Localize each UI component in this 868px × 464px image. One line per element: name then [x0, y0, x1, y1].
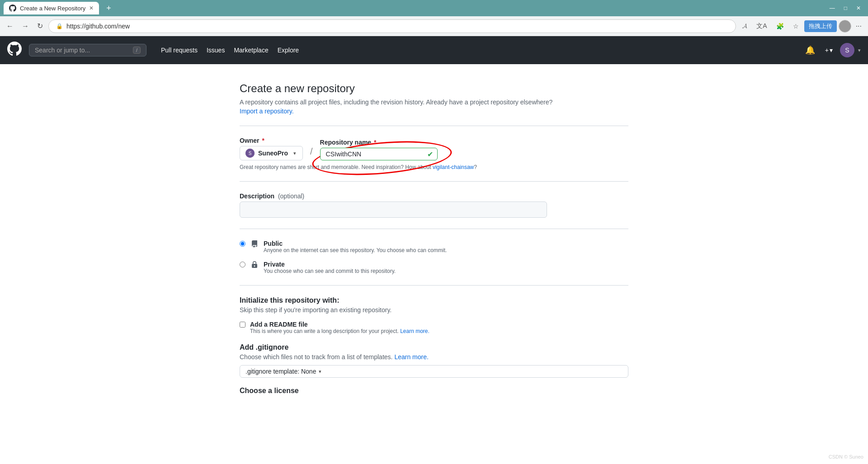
public-radio[interactable]	[240, 241, 245, 247]
page-title: Create a new repository	[240, 82, 628, 95]
suggestion-link[interactable]: vigilant-chainsaw	[433, 164, 474, 170]
license-title: Choose a license	[240, 387, 628, 395]
read-aloud-button[interactable]: 𝓐	[739, 20, 751, 32]
checkmark-icon: ✔	[427, 150, 433, 159]
section-divider	[240, 126, 628, 126]
readme-label: Add a README file	[250, 321, 429, 328]
nav-marketplace[interactable]: Marketplace	[230, 44, 272, 56]
toolbar-actions: 𝓐 文A 🧩 ☆ 拖拽上传 ···	[739, 20, 864, 33]
private-description: You choose who can see and commit to thi…	[264, 268, 396, 274]
browser-tab[interactable]: Create a New Repository ✕	[4, 2, 99, 14]
import-link[interactable]: Import a repository.	[240, 108, 294, 115]
license-section: Choose a license	[240, 387, 628, 395]
new-tab-button[interactable]: +	[103, 2, 115, 15]
navbar-right: 🔔 + ▾ S ▾	[802, 43, 861, 57]
public-option: Public Anyone on the internet can see th…	[240, 240, 628, 253]
more-options-button[interactable]: ···	[853, 20, 864, 32]
gitignore-dropdown-arrow: ▾	[319, 369, 321, 375]
initialize-subtitle: Skip this step if you're importing an ex…	[240, 306, 628, 314]
window-controls: — □ ✕	[826, 3, 864, 13]
readme-learn-more[interactable]: Learn more.	[400, 328, 429, 334]
gitignore-template-select[interactable]: .gitignore template: None ▾	[240, 365, 628, 378]
search-placeholder: Search or jump to...	[35, 47, 90, 54]
lock-icon: 🔒	[56, 23, 63, 29]
gitignore-section: Add .gitignore Choose which files not to…	[240, 343, 628, 378]
private-repo-icon	[251, 261, 258, 270]
description-optional: (optional)	[278, 192, 304, 200]
public-description: Anyone on the internet can see this repo…	[264, 247, 447, 253]
owner-select[interactable]: S SuneoPro ▾	[240, 146, 303, 160]
gitignore-template-label: .gitignore template: None	[245, 368, 316, 375]
svg-text:S: S	[249, 151, 252, 156]
private-radio[interactable]	[240, 262, 245, 267]
address-bar[interactable]: 🔒 https://github.com/new	[48, 19, 736, 33]
browser-toolbar: ← → ↻ 🔒 https://github.com/new 𝓐 文A 🧩 ☆ …	[0, 16, 868, 36]
avatar-dropdown-arrow[interactable]: ▾	[858, 47, 861, 53]
description-input[interactable]	[240, 202, 547, 218]
initialize-divider	[240, 285, 628, 286]
back-button[interactable]: ←	[4, 20, 16, 32]
translate-button[interactable]: 文A	[753, 20, 770, 32]
private-option: Private You choose who can see and commi…	[240, 261, 628, 274]
repo-name-input[interactable]	[320, 148, 438, 160]
page-subtitle: A repository contains all project files,…	[240, 98, 628, 106]
search-bar[interactable]: Search or jump to... /	[29, 44, 146, 56]
new-item-button[interactable]: + ▾	[821, 45, 836, 56]
github-navbar: Search or jump to... / Pull requests Iss…	[0, 36, 868, 64]
description-group: Description (optional)	[240, 192, 628, 218]
public-repo-icon	[251, 240, 258, 249]
repo-name-label: Repository name *	[320, 139, 438, 146]
user-avatar[interactable]: S	[840, 43, 854, 57]
nav-issues[interactable]: Issues	[203, 44, 228, 56]
extensions-button[interactable]: 🧩	[773, 21, 788, 32]
repo-name-input-container: ✔	[320, 148, 438, 160]
tab-close-btn[interactable]: ✕	[89, 5, 94, 11]
owner-name: SuneoPro	[258, 150, 288, 157]
owner-repo-row: Owner * S SuneoPro ▾ / Repository name *	[240, 137, 628, 160]
nav-pull-requests[interactable]: Pull requests	[157, 44, 201, 56]
minimize-button[interactable]: —	[826, 3, 839, 13]
description-divider	[240, 181, 628, 182]
visibility-divider	[240, 229, 628, 229]
repo-name-input-wrapper: ✔	[320, 148, 438, 160]
url-text: https://github.com/new	[66, 23, 130, 30]
nav-links: Pull requests Issues Marketplace Explore	[157, 44, 302, 56]
owner-required-star: *	[262, 137, 264, 144]
name-hint: Great repository names are short and mem…	[240, 164, 628, 170]
public-title: Public	[264, 240, 447, 247]
slash-separator: /	[310, 146, 313, 160]
private-content: Private You choose who can see and commi…	[264, 261, 396, 274]
nav-explore[interactable]: Explore	[274, 44, 302, 56]
browser-titlebar: Create a New Repository ✕ + — □ ✕	[0, 0, 868, 16]
public-content: Public Anyone on the internet can see th…	[264, 240, 447, 253]
maximize-button[interactable]: □	[840, 3, 851, 13]
owner-group: Owner * S SuneoPro ▾	[240, 137, 303, 160]
github-logo[interactable]	[7, 42, 22, 59]
readme-row: Add a README file This is where you can …	[240, 321, 628, 334]
readme-description: This is where you can write a long descr…	[250, 328, 429, 334]
initialize-title: Initialize this repository with:	[240, 296, 628, 305]
private-title: Private	[264, 261, 396, 268]
forward-button[interactable]: →	[19, 20, 32, 32]
search-shortcut-kbd: /	[133, 47, 141, 54]
refresh-button[interactable]: ↻	[34, 20, 46, 32]
owner-dropdown-arrow: ▾	[293, 150, 296, 156]
tab-favicon-icon	[9, 5, 16, 12]
owner-label: Owner *	[240, 137, 303, 144]
repo-name-required-star: *	[374, 139, 376, 146]
owner-avatar-icon: S	[245, 149, 255, 158]
main-content: Create a new repository A repository con…	[231, 64, 637, 424]
profile-avatar[interactable]	[839, 20, 851, 33]
description-label: Description (optional)	[240, 192, 628, 200]
gitignore-title: Add .gitignore	[240, 343, 628, 352]
readme-content: Add a README file This is where you can …	[250, 321, 429, 334]
upload-button[interactable]: 拖拽上传	[804, 20, 837, 32]
readme-checkbox[interactable]	[240, 322, 245, 328]
notification-button[interactable]: 🔔	[802, 43, 818, 57]
repo-name-group: Repository name * ✔	[320, 139, 438, 160]
close-button[interactable]: ✕	[853, 3, 864, 13]
tab-title: Create a New Repository	[20, 5, 85, 12]
gitignore-learn-more[interactable]: Learn more.	[394, 353, 428, 361]
favorites-button[interactable]: ☆	[789, 21, 802, 32]
gitignore-description: Choose which files not to track from a l…	[240, 353, 628, 361]
